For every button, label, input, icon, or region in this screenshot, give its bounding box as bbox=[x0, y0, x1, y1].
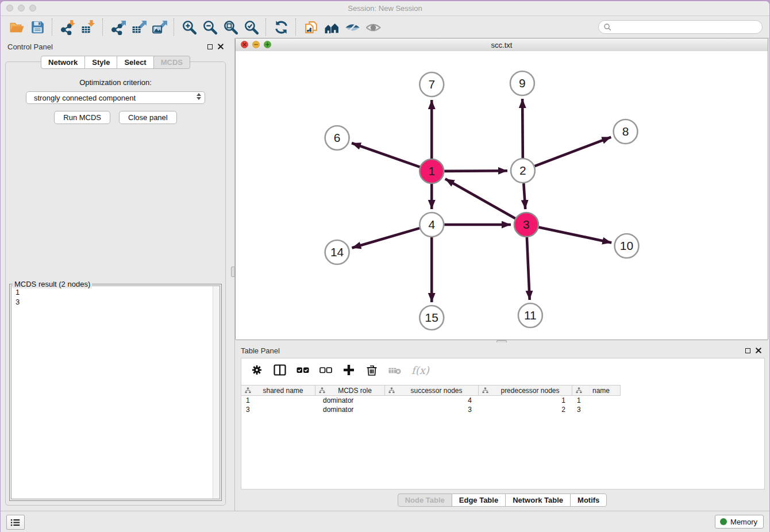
column-header-predecessor-nodes[interactable]: predecessor nodes bbox=[479, 385, 572, 395]
column-header-MCDS-role[interactable]: MCDS role bbox=[315, 385, 385, 395]
tab-style[interactable]: Style bbox=[84, 56, 117, 69]
zoom-window-button[interactable] bbox=[29, 5, 36, 11]
zoom-fit-icon[interactable] bbox=[220, 18, 241, 36]
tab-network-table[interactable]: Network Table bbox=[505, 494, 571, 507]
column-header-name[interactable]: name bbox=[572, 385, 621, 395]
dropdown-stepper-icon bbox=[197, 93, 201, 100]
tab-node-table[interactable]: Node Table bbox=[398, 494, 452, 507]
edge-1-6[interactable] bbox=[352, 143, 419, 167]
close-panel-icon[interactable] bbox=[218, 44, 224, 49]
mcds-result-text[interactable]: 1 3 bbox=[11, 286, 220, 499]
save-session-icon[interactable] bbox=[27, 18, 48, 36]
import-network-icon[interactable] bbox=[57, 18, 78, 36]
search-input[interactable] bbox=[614, 21, 757, 33]
tab-edge-table[interactable]: Edge Table bbox=[452, 494, 506, 507]
table-cell[interactable]: 3 bbox=[385, 406, 479, 414]
criterion-dropdown[interactable]: strongly connected component bbox=[26, 91, 205, 104]
export-table-icon[interactable] bbox=[128, 18, 149, 36]
edge-2-3[interactable] bbox=[523, 183, 525, 209]
node-4[interactable]: 4 bbox=[419, 213, 444, 237]
splitter-grip[interactable] bbox=[231, 267, 235, 277]
float-panel-icon[interactable] bbox=[207, 44, 213, 49]
search-icon bbox=[603, 23, 612, 32]
table-row[interactable]: 3dominator323 bbox=[241, 405, 764, 414]
node-1[interactable]: 1 bbox=[419, 159, 444, 183]
zoom-selected-icon[interactable] bbox=[241, 18, 261, 36]
table-cell[interactable]: 3 bbox=[572, 406, 621, 414]
toolbar-icon-groups bbox=[6, 18, 383, 36]
close-panel-button[interactable]: Close panel bbox=[119, 111, 177, 124]
network-canvas[interactable]: 7968124314101511 bbox=[236, 51, 768, 340]
run-mcds-button[interactable]: Run MCDS bbox=[54, 111, 110, 124]
window-titlebar: Session: New Session bbox=[1, 1, 769, 16]
zoom-view-button[interactable] bbox=[264, 41, 271, 48]
memory-button[interactable]: Memory bbox=[715, 515, 764, 529]
control-panel: Control Panel NetworkStyleSelectMCDS Opt… bbox=[1, 38, 230, 511]
refresh-view-icon[interactable] bbox=[271, 18, 291, 36]
minimize-view-button[interactable] bbox=[252, 41, 260, 48]
search-box[interactable] bbox=[598, 20, 763, 34]
select-all-icon[interactable] bbox=[295, 363, 310, 377]
open-file-icon[interactable] bbox=[6, 18, 27, 36]
network-graph[interactable]: 7968124314101511 bbox=[236, 51, 768, 340]
eye-icon[interactable] bbox=[363, 18, 383, 36]
task-history-button[interactable] bbox=[6, 515, 25, 530]
eye-slash-icon[interactable] bbox=[342, 18, 363, 36]
table-cell[interactable]: 1 bbox=[241, 396, 315, 404]
result-scrollbar[interactable] bbox=[213, 286, 220, 499]
node-2[interactable]: 2 bbox=[511, 159, 535, 183]
table-cell[interactable]: 3 bbox=[241, 406, 315, 414]
memory-status-icon bbox=[720, 518, 727, 525]
float-panel-icon[interactable] bbox=[745, 348, 750, 353]
zoom-in-icon[interactable] bbox=[179, 18, 199, 36]
edge-1-2[interactable] bbox=[444, 171, 507, 171]
edge-2-8[interactable] bbox=[534, 137, 611, 167]
tab-mcds[interactable]: MCDS bbox=[153, 56, 190, 69]
tab-motifs[interactable]: Motifs bbox=[570, 494, 607, 507]
node-9[interactable]: 9 bbox=[510, 71, 534, 95]
node-8[interactable]: 8 bbox=[614, 119, 638, 144]
column-type-icon bbox=[388, 387, 395, 394]
close-view-button[interactable] bbox=[241, 41, 248, 48]
table-cell[interactable]: dominator bbox=[315, 396, 385, 404]
table-row[interactable]: 1dominator411 bbox=[241, 396, 764, 405]
add-icon[interactable] bbox=[341, 363, 356, 377]
trash-icon[interactable] bbox=[364, 363, 379, 377]
table-cell[interactable]: 1 bbox=[479, 396, 572, 404]
columns-icon[interactable] bbox=[272, 363, 287, 377]
deselect-all-icon[interactable] bbox=[318, 363, 333, 377]
edge-3-10[interactable] bbox=[538, 228, 611, 243]
node-6[interactable]: 6 bbox=[325, 126, 349, 150]
node-10[interactable]: 10 bbox=[615, 234, 639, 258]
home-icon[interactable] bbox=[321, 18, 342, 36]
tab-select[interactable]: Select bbox=[117, 56, 153, 69]
export-network-icon[interactable] bbox=[107, 18, 128, 36]
import-table-icon[interactable] bbox=[78, 18, 98, 36]
node-3[interactable]: 3 bbox=[514, 213, 538, 237]
table-cell[interactable]: dominator bbox=[315, 406, 385, 414]
column-header-shared-name[interactable]: shared name bbox=[241, 385, 315, 395]
edge-2-9[interactable] bbox=[522, 99, 523, 158]
minimize-window-button[interactable] bbox=[18, 5, 25, 11]
edge-4-14[interactable] bbox=[352, 228, 419, 248]
table-cell[interactable]: 4 bbox=[385, 396, 479, 404]
close-panel-icon[interactable] bbox=[756, 348, 761, 353]
zoom-out-icon[interactable] bbox=[199, 18, 220, 36]
node-7[interactable]: 7 bbox=[419, 72, 444, 97]
table-cell[interactable]: 1 bbox=[572, 396, 621, 404]
vertical-splitter[interactable] bbox=[230, 38, 235, 511]
table-cell[interactable]: 2 bbox=[479, 406, 572, 414]
table-body: 1dominator4113dominator323 bbox=[241, 396, 764, 414]
edge-3-1[interactable] bbox=[445, 179, 515, 218]
node-11[interactable]: 11 bbox=[518, 303, 542, 327]
node-15[interactable]: 15 bbox=[419, 306, 444, 330]
tab-network[interactable]: Network bbox=[41, 56, 85, 69]
column-header-successor-nodes[interactable]: successor nodes bbox=[385, 385, 479, 395]
edge-3-11[interactable] bbox=[527, 237, 530, 300]
export-image-icon[interactable] bbox=[149, 18, 170, 36]
cyndex-icon[interactable] bbox=[301, 18, 321, 36]
mcds-result-box: MCDS result (2 nodes) 1 3 bbox=[9, 284, 222, 501]
node-14[interactable]: 14 bbox=[325, 240, 349, 264]
close-window-button[interactable] bbox=[6, 5, 13, 11]
gear-icon[interactable] bbox=[249, 363, 264, 377]
